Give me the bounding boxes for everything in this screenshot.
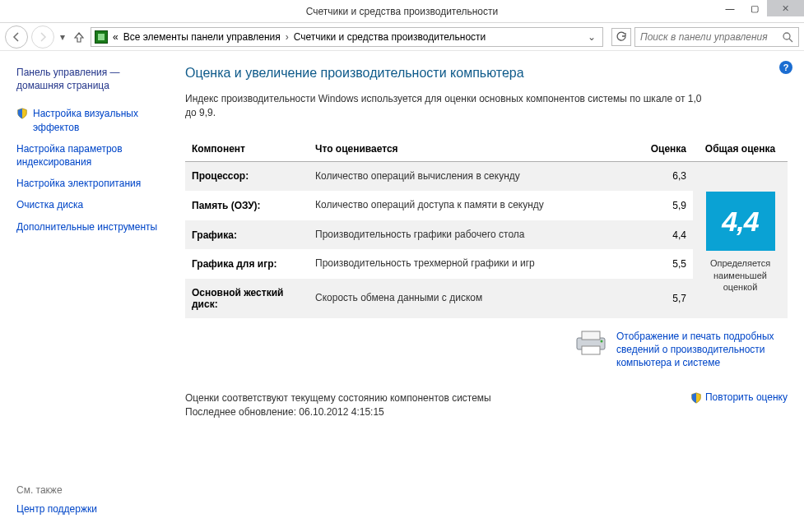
svg-rect-4 (582, 346, 600, 354)
col-component: Компонент (185, 138, 309, 162)
cell-component: Процессор: (185, 161, 309, 191)
breadcrumb-prefix: « (113, 31, 119, 43)
main-panel: ? Оценка и увеличение производительности… (177, 51, 804, 532)
refresh-button[interactable] (611, 28, 631, 46)
navigation-bar: ▾ « Все элементы панели управления › Сче… (0, 23, 804, 51)
cell-component: Графика: (185, 220, 309, 250)
cell-score: 4,4 (644, 220, 693, 250)
help-icon[interactable]: ? (779, 61, 792, 74)
svg-point-0 (783, 33, 790, 39)
control-panel-icon (95, 30, 108, 44)
table-row: Процессор: Количество операций вычислени… (185, 161, 788, 191)
cell-desc: Количество операций вычисления в секунду (309, 161, 644, 191)
cell-desc: Производительность трехмерной графики и … (309, 249, 644, 279)
base-score-value: 4,4 (706, 192, 775, 251)
svg-rect-3 (582, 331, 600, 340)
search-box[interactable] (634, 27, 799, 47)
svg-point-5 (601, 340, 603, 342)
see-also-label: См. также (16, 484, 169, 496)
cell-component: Графика для игр: (185, 249, 309, 279)
window-controls: — ▢ ✕ (718, 0, 804, 16)
back-button[interactable] (5, 25, 28, 49)
svg-line-1 (789, 39, 792, 42)
sidebar-home-link[interactable]: Панель управления — домашняя страница (16, 66, 169, 92)
up-button[interactable] (71, 29, 87, 45)
search-input[interactable] (640, 31, 772, 43)
search-icon (782, 31, 793, 43)
see-also-action-center[interactable]: Центр поддержки (16, 502, 169, 516)
printer-icon (574, 330, 608, 356)
footer-area: Оценки соответствуют текущему состоянию … (185, 391, 788, 420)
details-print-link[interactable]: Отображение и печать подробных сведений … (616, 330, 788, 370)
breadcrumb-seg-2[interactable]: Счетчики и средства производительности (294, 31, 486, 43)
base-score-note: Определяется наименьшей оценкой (699, 257, 781, 293)
sidebar-link-power[interactable]: Настройка электропитания (16, 177, 169, 190)
rerun-label: Повторить оценку (705, 391, 788, 403)
shield-icon (16, 108, 28, 119)
breadcrumb-seg-1[interactable]: Все элементы панели управления (123, 31, 281, 43)
actions-area: Отображение и печать подробных сведений … (185, 330, 788, 370)
address-dropdown[interactable]: ⌄ (584, 31, 599, 43)
sidebar-link-indexing[interactable]: Настройка параметров индексирования (16, 142, 169, 169)
close-button[interactable]: ✕ (767, 0, 804, 16)
forward-button[interactable] (31, 25, 54, 49)
address-bar[interactable]: « Все элементы панели управления › Счетч… (91, 27, 603, 47)
col-base: Общая оценка (693, 138, 788, 162)
cell-desc: Скорость обмена данными с диском (309, 279, 644, 318)
minimize-button[interactable]: — (718, 0, 742, 16)
footer-line-2: Последнее обновление: 06.10.2012 4:15:15 (185, 405, 491, 419)
cell-desc: Количество операций доступа к памяти в с… (309, 191, 644, 220)
history-dropdown[interactable]: ▾ (58, 31, 67, 43)
sidebar-link-visual-effects[interactable]: Настройка визуальных эффектов (33, 107, 169, 133)
sidebar-link-disk-cleanup[interactable]: Очистка диска (16, 198, 169, 211)
shield-icon (690, 392, 702, 404)
maximize-button[interactable]: ▢ (742, 0, 767, 16)
cell-component: Основной жесткий диск: (185, 279, 309, 318)
cell-desc: Производительность графики рабочего стол… (309, 220, 644, 250)
base-score-cell: 4,4 Определяется наименьшей оценкой (693, 161, 788, 318)
sidebar-link-tools[interactable]: Дополнительные инструменты (16, 220, 169, 234)
rerun-assessment-link[interactable]: Повторить оценку (690, 391, 788, 404)
sidebar: Панель управления — домашняя страница На… (0, 51, 177, 532)
cell-score: 5,9 (644, 191, 693, 220)
page-heading: Оценка и увеличение производительности к… (185, 66, 788, 81)
col-score: Оценка (644, 138, 693, 162)
intro-text: Индекс производительности Windows исполь… (185, 92, 712, 120)
breadcrumb-separator: › (286, 31, 289, 43)
cell-score: 5,7 (644, 279, 693, 318)
score-table: Компонент Что оценивается Оценка Общая о… (185, 138, 788, 318)
window-title: Счетчики и средства производительности (306, 6, 498, 17)
content-area: Панель управления — домашняя страница На… (0, 51, 804, 532)
cell-score: 5,5 (644, 249, 693, 279)
cell-component: Память (ОЗУ): (185, 191, 309, 220)
cell-score: 6,3 (644, 161, 693, 191)
window-titlebar: Счетчики и средства производительности —… (0, 0, 804, 23)
col-what: Что оценивается (309, 138, 644, 162)
footer-line-1: Оценки соответствуют текущему состоянию … (185, 391, 491, 405)
footer-status: Оценки соответствуют текущему состоянию … (185, 391, 491, 420)
